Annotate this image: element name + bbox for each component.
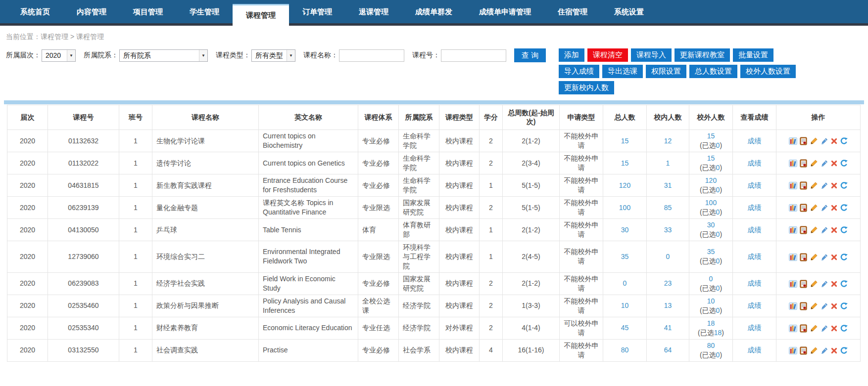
clipboard-seal-icon[interactable] <box>799 324 808 333</box>
clipboard-seal-icon[interactable] <box>799 253 808 261</box>
refresh-icon[interactable] <box>840 280 848 288</box>
blue-pen-icon[interactable] <box>820 159 828 168</box>
inside-count-link[interactable]: 33 <box>664 226 672 234</box>
nav-tab[interactable]: 订单管理 <box>289 0 345 23</box>
refresh-icon[interactable] <box>840 159 848 168</box>
clipboard-seal-icon[interactable] <box>799 159 808 168</box>
outside-count-link[interactable]: 120 <box>705 176 717 184</box>
batch-select[interactable]: 2020 ▼ <box>42 49 76 62</box>
chevron-down-icon[interactable]: ▼ <box>199 50 207 61</box>
blue-pen-icon[interactable] <box>820 346 828 355</box>
outside-count-link[interactable]: 30 <box>707 221 715 229</box>
books-bars-icon[interactable] <box>789 253 797 261</box>
inside-count-link[interactable]: 41 <box>664 324 672 332</box>
score-link[interactable]: 成绩 <box>748 346 762 354</box>
pencil-edit-icon[interactable] <box>810 346 818 355</box>
action-button[interactable]: 批量设置 <box>733 48 773 62</box>
nav-tab[interactable]: 项目管理 <box>120 0 176 23</box>
books-bars-icon[interactable] <box>789 324 797 333</box>
clipboard-seal-icon[interactable] <box>799 302 808 310</box>
score-link[interactable]: 成绩 <box>748 253 762 260</box>
blue-pen-icon[interactable] <box>820 204 828 212</box>
books-bars-icon[interactable] <box>789 346 797 355</box>
action-button[interactable]: 导入成绩 <box>559 65 599 78</box>
total-count-link[interactable]: 10 <box>621 301 629 309</box>
clipboard-seal-icon[interactable] <box>799 226 808 234</box>
inside-count-link[interactable]: 31 <box>664 181 672 189</box>
blue-pen-icon[interactable] <box>820 280 828 288</box>
inside-count-link[interactable]: 0 <box>666 253 670 260</box>
inside-count-link[interactable]: 1 <box>666 159 670 167</box>
delete-x-icon[interactable] <box>830 347 838 354</box>
action-button[interactable]: 校外人数设置 <box>740 65 796 78</box>
delete-x-icon[interactable] <box>830 137 838 145</box>
books-bars-icon[interactable] <box>789 226 797 234</box>
action-button[interactable]: 权限设置 <box>646 65 686 78</box>
course-code-input[interactable] <box>441 49 506 62</box>
clipboard-seal-icon[interactable] <box>799 280 808 288</box>
action-button[interactable]: 更新校内人数 <box>559 81 614 94</box>
action-button[interactable]: 总人数设置 <box>689 65 737 78</box>
nav-tab-active[interactable]: 课程管理 <box>233 4 289 27</box>
delete-x-icon[interactable] <box>830 254 838 261</box>
inside-count-link[interactable]: 85 <box>664 204 672 212</box>
total-count-link[interactable]: 15 <box>621 137 629 145</box>
pencil-edit-icon[interactable] <box>810 137 818 145</box>
delete-x-icon[interactable] <box>830 302 838 310</box>
nav-tab[interactable]: 成绩单申请管理 <box>466 0 544 23</box>
outside-count-link[interactable]: 100 <box>705 199 717 207</box>
delete-x-icon[interactable] <box>830 280 838 288</box>
course-type-select[interactable]: 所有类型 ▼ <box>251 49 295 62</box>
refresh-icon[interactable] <box>840 324 848 333</box>
books-bars-icon[interactable] <box>789 181 797 190</box>
total-count-link[interactable]: 45 <box>621 324 629 332</box>
blue-pen-icon[interactable] <box>820 137 828 145</box>
outside-count-link[interactable]: 80 <box>707 342 715 349</box>
department-select[interactable]: 所有院系 ▼ <box>119 49 208 62</box>
pencil-edit-icon[interactable] <box>810 226 818 234</box>
total-count-link[interactable]: 15 <box>621 159 629 167</box>
score-link[interactable]: 成绩 <box>748 137 762 145</box>
clipboard-seal-icon[interactable] <box>799 181 808 190</box>
refresh-icon[interactable] <box>840 226 848 234</box>
inside-count-link[interactable]: 12 <box>664 137 672 145</box>
clipboard-seal-icon[interactable] <box>799 346 808 355</box>
inside-count-link[interactable]: 13 <box>664 301 672 309</box>
search-button[interactable]: 查 询 <box>514 48 546 62</box>
books-bars-icon[interactable] <box>789 204 797 212</box>
blue-pen-icon[interactable] <box>820 181 828 190</box>
nav-tab[interactable]: 系统设置 <box>601 0 657 23</box>
refresh-icon[interactable] <box>840 302 848 310</box>
books-bars-icon[interactable] <box>789 137 797 145</box>
blue-pen-icon[interactable] <box>820 253 828 261</box>
action-button[interactable]: 导出选课 <box>602 65 643 78</box>
action-button[interactable]: 课程导入 <box>631 48 672 62</box>
nav-tab[interactable]: 系统首页 <box>7 0 63 23</box>
pencil-edit-icon[interactable] <box>810 302 818 310</box>
delete-x-icon[interactable] <box>830 182 838 189</box>
nav-tab[interactable]: 住宿管理 <box>544 0 601 23</box>
total-count-link[interactable]: 0 <box>623 279 627 287</box>
outside-count-link[interactable]: 0 <box>709 275 713 283</box>
clipboard-seal-icon[interactable] <box>799 204 808 212</box>
chevron-down-icon[interactable]: ▼ <box>287 50 295 61</box>
books-bars-icon[interactable] <box>789 302 797 310</box>
nav-tab[interactable]: 学生管理 <box>176 0 233 23</box>
delete-x-icon[interactable] <box>830 204 838 212</box>
nav-tab[interactable]: 退课管理 <box>345 0 402 23</box>
pencil-edit-icon[interactable] <box>810 159 818 168</box>
score-link[interactable]: 成绩 <box>748 324 762 332</box>
delete-x-icon[interactable] <box>830 325 838 332</box>
delete-x-icon[interactable] <box>830 226 838 234</box>
outside-count-link[interactable]: 10 <box>707 297 715 305</box>
refresh-icon[interactable] <box>840 253 848 261</box>
delete-x-icon[interactable] <box>830 160 838 167</box>
refresh-icon[interactable] <box>840 204 848 212</box>
pencil-edit-icon[interactable] <box>810 181 818 190</box>
refresh-icon[interactable] <box>840 137 848 145</box>
refresh-icon[interactable] <box>840 346 848 355</box>
score-link[interactable]: 成绩 <box>748 301 762 309</box>
nav-tab[interactable]: 内容管理 <box>63 0 120 23</box>
outside-count-link[interactable]: 35 <box>707 248 715 256</box>
total-count-link[interactable]: 80 <box>621 346 629 354</box>
